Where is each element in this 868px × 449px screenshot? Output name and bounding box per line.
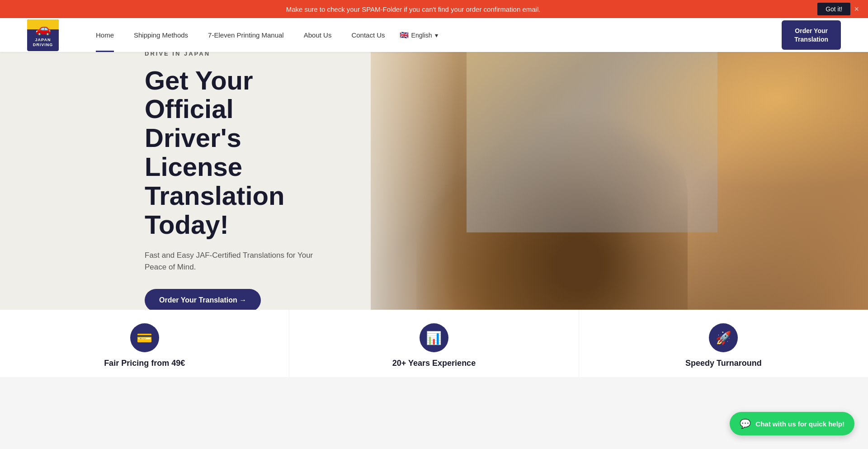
order-translation-button[interactable]: Order Your Translation — [782, 20, 841, 49]
hero-left-content: DRIVE IN JAPAN Get Your Official Driver'… — [0, 52, 371, 310]
stat-experience-title: 20+ Years Experience — [392, 359, 476, 368]
nav-printing[interactable]: 7-Eleven Printing Manual — [198, 18, 294, 52]
nav-home[interactable]: Home — [86, 18, 124, 52]
order-btn-line2: Translation — [794, 36, 828, 43]
logo-box: 🚗 JAPANDRIVING — [27, 19, 59, 51]
experience-icon: 📊 — [420, 323, 448, 352]
flag-icon: 🇬🇧 — [400, 31, 409, 39]
hero-image — [366, 52, 868, 310]
stat-pricing-title: Fair Pricing from 49€ — [104, 359, 185, 368]
stats-bar: 💳 Fair Pricing from 49€ 📊 20+ Years Expe… — [0, 310, 868, 377]
close-banner-icon[interactable]: × — [854, 5, 859, 14]
hero-section: DRIVE IN JAPAN Get Your Official Driver'… — [0, 52, 868, 310]
language-selector[interactable]: 🇬🇧 English ▾ — [400, 31, 438, 39]
hero-subtitle: Fast and Easy JAF-Certified Translations… — [145, 250, 335, 273]
stat-turnaround-title: Speedy Turnaround — [685, 359, 762, 368]
stat-experience: 📊 20+ Years Experience — [289, 310, 579, 377]
turnaround-icon: 🚀 — [709, 323, 738, 352]
logo-text: JAPANDRIVING — [33, 38, 53, 47]
hero-cta-button[interactable]: Order Your Translation → — [145, 289, 261, 310]
pricing-icon: 💳 — [130, 323, 159, 352]
nav-shipping[interactable]: Shipping Methods — [124, 18, 198, 52]
stat-turnaround: 🚀 Speedy Turnaround — [579, 310, 868, 377]
logo[interactable]: 🚗 JAPANDRIVING — [27, 19, 59, 51]
nav-about[interactable]: About Us — [294, 18, 342, 52]
hero-title: Get Your Official Driver's License Trans… — [145, 66, 335, 239]
nav-links: Home Shipping Methods 7-Eleven Printing … — [86, 18, 768, 52]
language-label: English — [411, 32, 432, 39]
navbar: 🚗 JAPANDRIVING Home Shipping Methods 7-E… — [0, 18, 868, 52]
nav-contact[interactable]: Contact Us — [341, 18, 395, 52]
stat-pricing: 💳 Fair Pricing from 49€ — [0, 310, 289, 377]
order-btn-line1: Order Your — [795, 27, 828, 34]
logo-car-icon: 🚗 — [35, 21, 51, 36]
chevron-down-icon: ▾ — [435, 32, 438, 39]
banner-text: Make sure to check your SPAM-Folder if y… — [9, 5, 817, 13]
hero-tag: DRIVE IN JAPAN — [145, 52, 335, 57]
got-it-button[interactable]: Got it! — [817, 3, 850, 15]
top-banner: Make sure to check your SPAM-Folder if y… — [0, 0, 868, 18]
